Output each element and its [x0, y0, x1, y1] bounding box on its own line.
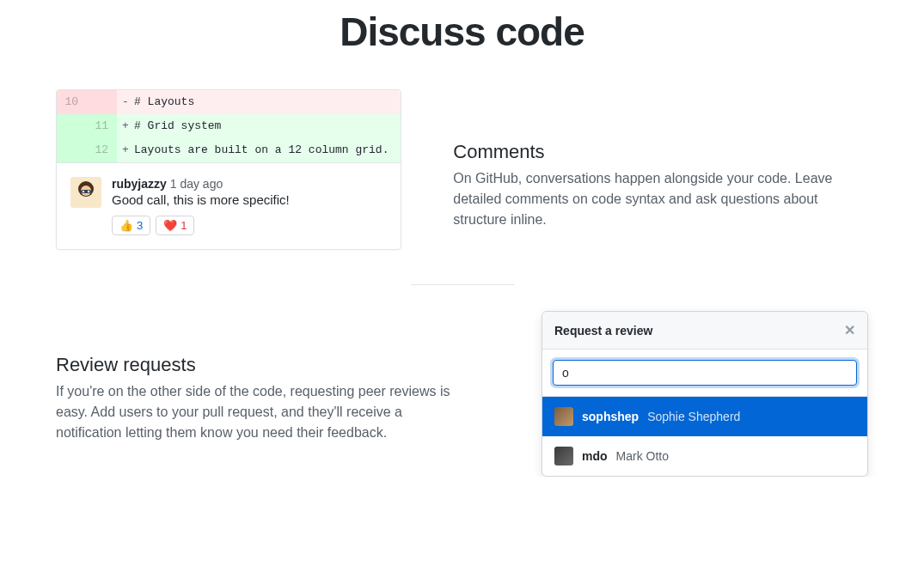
page-title: Discuss code [0, 9, 924, 55]
diff-card: 10 - # Layouts 11 + # Grid system 12 + L… [56, 89, 401, 250]
close-icon[interactable]: ✕ [844, 322, 855, 338]
reviewer-username: sophshep [582, 410, 639, 423]
avatar [554, 407, 573, 426]
thumbs-up-icon: 👍 [119, 219, 133, 232]
comment-author[interactable]: rubyjazzy [112, 177, 167, 191]
reviewer-result-item[interactable]: mdo Mark Otto [542, 436, 867, 476]
diff-code: Layouts are built on a 12 column grid. [134, 138, 401, 162]
reviewer-username: mdo [582, 449, 608, 463]
reaction-count: 3 [137, 219, 143, 232]
svg-point-5 [88, 191, 89, 192]
avatar [554, 447, 573, 465]
comment-header: rubyjazzy 1 day ago [112, 177, 387, 191]
diff-sign: + [117, 114, 134, 138]
section-heading: Review requests [56, 354, 471, 376]
new-line-number [87, 90, 117, 114]
comment-time: 1 day ago [170, 177, 223, 191]
old-line-number: 10 [57, 90, 87, 114]
section-description: If you're on the other side of the code,… [56, 381, 471, 443]
old-line-number [57, 114, 87, 138]
new-line-number: 12 [87, 138, 117, 162]
reaction-heart[interactable]: ❤️ 1 [156, 216, 194, 235]
reaction-thumbs-up[interactable]: 👍 3 [112, 216, 150, 235]
section-divider [411, 284, 514, 285]
request-review-popover: Request a review ✕ sophshep Sophie Sheph… [542, 311, 868, 477]
old-line-number [57, 138, 87, 162]
heart-icon: ❤️ [163, 219, 177, 232]
reviewer-fullname: Sophie Shepherd [647, 410, 740, 423]
svg-point-4 [83, 191, 84, 192]
reviewer-search-input[interactable] [553, 360, 857, 386]
diff-sign: + [117, 138, 134, 162]
popover-title: Request a review [554, 324, 652, 338]
reactions: 👍 3 ❤️ 1 [112, 216, 387, 235]
avatar [70, 177, 101, 208]
diff-row-addition: 12 + Layouts are built on a 12 column gr… [57, 138, 401, 162]
reviewer-result-item[interactable]: sophshep Sophie Shepherd [542, 397, 867, 436]
comment-text: Good call, this is more specific! [112, 192, 387, 207]
diff-row-addition: 11 + # Grid system [57, 114, 401, 138]
diff-sign: - [117, 90, 134, 114]
section-heading: Comments [453, 141, 868, 163]
diff-code: # Grid system [134, 114, 401, 138]
reviewer-fullname: Mark Otto [616, 449, 669, 463]
diff-code: # Layouts [134, 90, 401, 114]
inline-comment: rubyjazzy 1 day ago Good call, this is m… [57, 162, 401, 249]
section-description: On GitHub, conversations happen alongsid… [453, 168, 868, 230]
reaction-count: 1 [181, 219, 187, 232]
comments-section: 10 - # Layouts 11 + # Grid system 12 + L… [0, 89, 924, 250]
reviews-section: Review requests If you're on the other s… [0, 311, 924, 477]
diff-row-deletion: 10 - # Layouts [57, 90, 401, 114]
new-line-number: 11 [87, 114, 117, 138]
